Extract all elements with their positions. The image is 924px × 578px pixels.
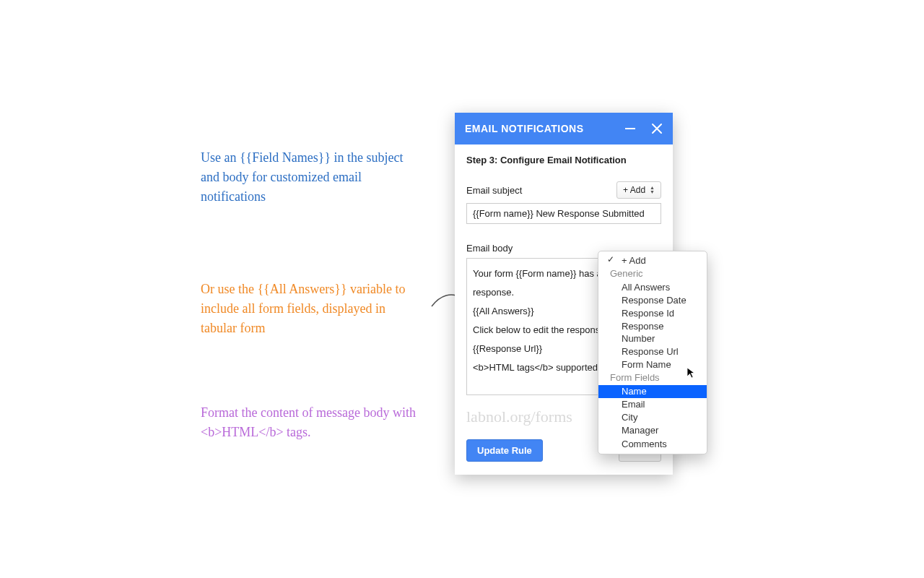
dropdown-item-name[interactable]: Name xyxy=(598,385,707,398)
dropdown-item-response-date[interactable]: Response Date xyxy=(598,294,707,307)
add-variable-subject-button[interactable]: + Add ▲▼ xyxy=(616,181,661,199)
dropdown-item-comments[interactable]: Comments xyxy=(598,438,707,451)
annotation-all-answers: Or use the {{All Answers}} variable to i… xyxy=(201,280,424,338)
subject-label: Email subject xyxy=(466,185,522,196)
subject-input[interactable] xyxy=(466,203,661,224)
dropdown-item-city[interactable]: City xyxy=(598,411,707,424)
annotation-field-names: Use an {{Field Names}} in the subject an… xyxy=(201,148,424,207)
step-heading: Step 3: Configure Email Notification xyxy=(466,155,661,165)
add-button-label: + Add xyxy=(623,185,645,195)
annotation-html-tags: Format the content of message body with … xyxy=(201,403,424,442)
cursor-icon xyxy=(687,367,698,379)
dropdown-item-response-number[interactable]: Response Number xyxy=(598,320,707,345)
minimize-icon[interactable] xyxy=(625,128,635,129)
dropdown-item-manager[interactable]: Manager xyxy=(598,424,707,437)
close-icon[interactable] xyxy=(651,123,663,134)
dropdown-item-response-url[interactable]: Response Url xyxy=(598,345,707,358)
update-rule-button[interactable]: Update Rule xyxy=(466,439,543,462)
dropdown-header-generic: Generic xyxy=(598,267,707,280)
dropdown-item-response-id[interactable]: Response Id xyxy=(598,307,707,320)
dropdown-item-all-answers[interactable]: All Answers xyxy=(598,281,707,294)
dropdown-item-email[interactable]: Email xyxy=(598,398,707,411)
dropdown-item-add[interactable]: + Add xyxy=(598,254,707,267)
dialog-title: EMAIL NOTIFICATIONS xyxy=(465,123,584,134)
add-variable-dropdown[interactable]: + Add Generic All Answers Response Date … xyxy=(598,251,707,454)
dialog-titlebar[interactable]: EMAIL NOTIFICATIONS xyxy=(455,113,673,144)
body-label: Email body xyxy=(466,243,513,254)
stepper-icon: ▲▼ xyxy=(650,186,655,194)
